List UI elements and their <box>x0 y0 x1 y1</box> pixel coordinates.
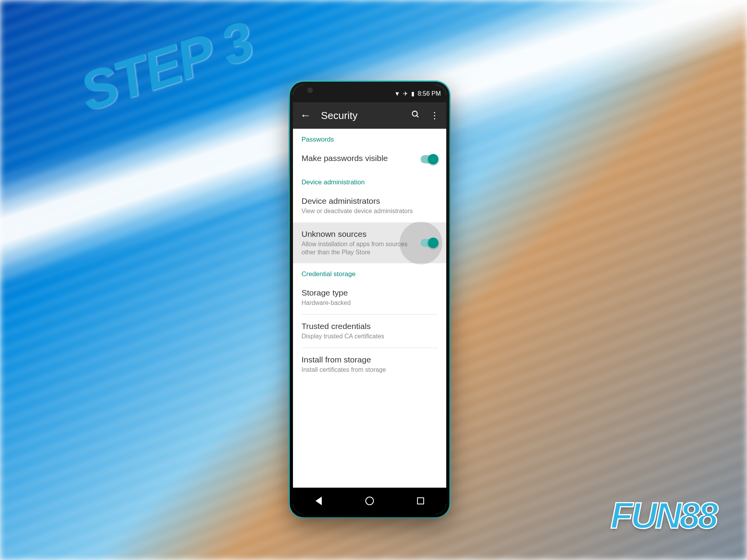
toggle-unknown-sources[interactable] <box>421 239 438 247</box>
setting-title: Unknown sources <box>302 229 414 239</box>
setting-install-from-storage[interactable]: Install from storage Install certificate… <box>293 348 446 381</box>
setting-unknown-sources[interactable]: Unknown sources Allow installation of ap… <box>293 222 446 264</box>
status-time: 8:56 PM <box>417 90 441 97</box>
nav-back-button[interactable] <box>313 495 324 507</box>
navigation-bar <box>293 488 446 514</box>
settings-scroll-content[interactable]: Passwords Make passwords visible Device … <box>293 129 446 488</box>
setting-title: Device administrators <box>302 196 438 206</box>
phone-mockup-frame: ▼ ✈ ▮ 8:56 PM ← Security ⋮ Passwords Mak… <box>290 82 449 517</box>
battery-icon: ▮ <box>411 90 414 97</box>
setting-trusted-credentials[interactable]: Trusted credentials Display trusted CA c… <box>293 315 446 348</box>
search-icon[interactable] <box>411 110 420 121</box>
nav-recent-button[interactable] <box>415 495 426 507</box>
svg-point-0 <box>412 111 417 116</box>
app-bar: ← Security ⋮ <box>293 102 446 129</box>
svg-line-1 <box>417 116 419 117</box>
toggle-thumb <box>428 238 438 248</box>
phone-screen: ▼ ✈ ▮ 8:56 PM ← Security ⋮ Passwords Mak… <box>293 85 446 514</box>
setting-subtitle: Install certificates from storage <box>302 366 438 374</box>
setting-title: Storage type <box>302 288 438 298</box>
setting-title: Make passwords visible <box>302 154 414 163</box>
nav-home-button[interactable] <box>364 495 375 507</box>
setting-subtitle: Hardware-backed <box>302 299 438 307</box>
setting-title: Install from storage <box>302 355 438 364</box>
setting-device-administrators[interactable]: Device administrators View or deactivate… <box>293 189 446 222</box>
setting-subtitle: Display trusted CA certificates <box>302 332 438 341</box>
square-recent-icon <box>417 497 424 504</box>
toggle-thumb <box>428 154 438 164</box>
section-header-credential-storage: Credential storage <box>293 263 446 281</box>
setting-title: Trusted credentials <box>302 322 438 331</box>
brand-logo: FUN88 <box>610 494 716 537</box>
airplane-icon: ✈ <box>403 90 408 97</box>
status-bar: ▼ ✈ ▮ 8:56 PM <box>293 85 446 102</box>
toggle-passwords-visible[interactable] <box>421 155 438 163</box>
setting-subtitle: View or deactivate device administrators <box>302 207 438 215</box>
setting-make-passwords-visible[interactable]: Make passwords visible <box>293 147 446 172</box>
triangle-back-icon <box>316 497 322 505</box>
setting-subtitle: Allow installation of apps from sources … <box>302 240 414 257</box>
wifi-icon: ▼ <box>395 90 400 97</box>
setting-storage-type[interactable]: Storage type Hardware-backed <box>293 281 446 314</box>
page-title: Security <box>321 110 401 122</box>
overflow-menu-icon[interactable]: ⋮ <box>430 110 439 121</box>
back-arrow-icon[interactable]: ← <box>300 109 311 122</box>
circle-home-icon <box>365 497 374 505</box>
section-header-passwords: Passwords <box>293 129 446 147</box>
camera-notch <box>307 88 313 93</box>
section-header-device-admin: Device administration <box>293 172 446 189</box>
